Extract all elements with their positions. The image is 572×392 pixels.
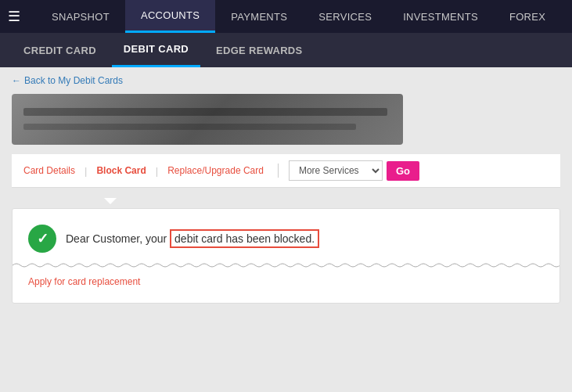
message-text: Dear Customer, your debit card has been … <box>66 232 319 245</box>
hamburger-icon[interactable]: ☰ <box>8 8 20 25</box>
nav-item-services[interactable]: SERVICES <box>303 0 387 33</box>
wavy-divider <box>13 262 559 268</box>
block-card-link[interactable]: Block Card <box>88 165 153 176</box>
message-highlighted-text: debit card has been blocked. <box>170 229 319 248</box>
nav-item-investments[interactable]: INVESTMENTS <box>387 0 494 33</box>
sub-nav-credit-card[interactable]: CREDIT CARD <box>12 33 108 67</box>
back-arrow-icon: ← <box>12 75 21 86</box>
sub-nav-edge-rewards[interactable]: EDGE REWARDS <box>204 33 315 67</box>
triangle-indicator <box>12 198 560 204</box>
action-bar: Card Details | Block Card | Replace/Upgr… <box>12 154 560 188</box>
card-bar-1 <box>23 108 387 116</box>
card-bar-2 <box>23 124 356 130</box>
success-icon <box>28 225 56 253</box>
card-image <box>12 94 403 145</box>
divider-1: | <box>85 165 87 177</box>
more-services-container: More Services Option 1 Option 2 Go <box>289 160 419 181</box>
replace-upgrade-link[interactable]: Replace/Upgrade Card <box>160 165 272 176</box>
divider-2: | <box>156 165 158 177</box>
nav-item-accounts[interactable]: ACCOUNTS <box>125 0 215 33</box>
back-link[interactable]: ← Back to My Debit Cards <box>12 75 560 86</box>
message-normal-text: Dear Customer, your <box>66 232 167 245</box>
back-link-text: Back to My Debit Cards <box>24 75 123 86</box>
sub-nav-debit-card[interactable]: DEBIT CARD <box>112 33 200 67</box>
card-details-link[interactable]: Card Details <box>23 165 83 176</box>
message-content: Dear Customer, your debit card has been … <box>28 225 544 253</box>
nav-item-forex[interactable]: FOREX <box>494 0 561 33</box>
apply-replacement-link[interactable]: Apply for card replacement <box>28 276 544 287</box>
nav-item-payments[interactable]: PAYMENTS <box>215 0 303 33</box>
go-button[interactable]: Go <box>387 161 419 181</box>
top-navigation: ☰ SNAPSHOT ACCOUNTS PAYMENTS SERVICES IN… <box>0 0 572 33</box>
sub-navigation: CREDIT CARD DEBIT CARD EDGE REWARDS <box>0 33 572 67</box>
separator <box>278 164 279 178</box>
nav-item-snapshot[interactable]: SNAPSHOT <box>36 0 125 33</box>
more-services-dropdown[interactable]: More Services Option 1 Option 2 <box>289 160 383 181</box>
nav-items: SNAPSHOT ACCOUNTS PAYMENTS SERVICES INVE… <box>36 0 561 33</box>
message-box: Dear Customer, your debit card has been … <box>12 208 560 304</box>
main-content: ← Back to My Debit Cards Card Details | … <box>0 67 572 392</box>
